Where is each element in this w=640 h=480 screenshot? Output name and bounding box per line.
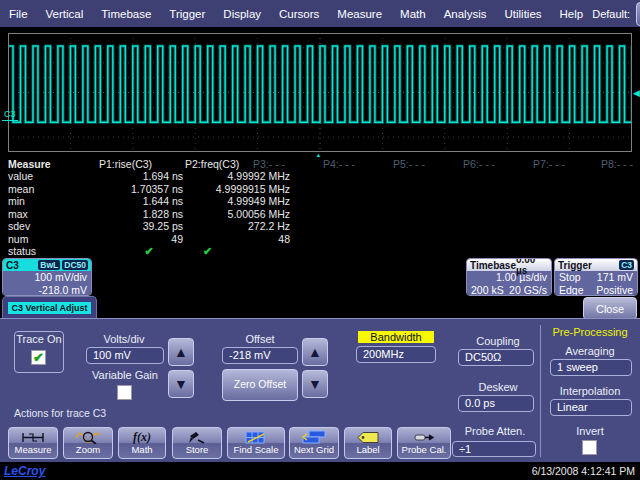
next-grid-icon bbox=[301, 430, 327, 444]
measure-p2-header[interactable]: P2:freq(C3) bbox=[185, 158, 239, 170]
sample-count: 200 kS bbox=[471, 284, 504, 296]
bandwidth-label: Bandwidth bbox=[358, 331, 434, 343]
trigger-descriptor[interactable]: Trigger C3 Stop 171 mV Edge Positive bbox=[554, 258, 638, 296]
menu-bar: File Vertical Timebase Trigger Display C… bbox=[0, 0, 640, 27]
measure-p8-header[interactable]: P8:- - - bbox=[601, 158, 633, 170]
measure-p7-header[interactable]: P7:- - - bbox=[533, 158, 565, 170]
timebase-descriptor[interactable]: Timebase 0.00 µs 1.00 µs/div 200 kS 20 G… bbox=[466, 258, 552, 296]
preprocessing-title: Pre-Processing bbox=[546, 326, 634, 338]
interpolation-label: Interpolation bbox=[548, 385, 632, 397]
measure-action-button[interactable]: Measure bbox=[8, 427, 58, 459]
c3-descriptor-body: 100 mV/div -218.0 mV bbox=[3, 271, 91, 296]
label-action-button[interactable]: Label bbox=[344, 427, 392, 459]
measure-p4-header[interactable]: P4:- - - bbox=[323, 158, 355, 170]
offset-field[interactable]: -218 mV bbox=[222, 347, 298, 364]
measure-p1-header[interactable]: P1:rise(C3) bbox=[99, 158, 152, 170]
volts-div-down-button[interactable]: ▼ bbox=[168, 370, 194, 398]
measure-row-status: status ✔ ✔ bbox=[0, 245, 640, 257]
measure-p6-header[interactable]: P6:- - - bbox=[463, 158, 495, 170]
bandwidth-field[interactable]: 200MHz bbox=[356, 346, 436, 363]
trigger-name: Trigger bbox=[558, 260, 592, 271]
measure-title: Measure bbox=[8, 158, 51, 170]
p1-max: 1.828 ns bbox=[95, 208, 183, 220]
invert-checkbox[interactable] bbox=[582, 440, 597, 455]
menu-display[interactable]: Display bbox=[214, 8, 270, 20]
next-grid-action-button[interactable]: Next Grid bbox=[289, 427, 339, 459]
offset-label: Offset bbox=[226, 333, 294, 345]
actions-for-trace-label: Actions for trace C3 bbox=[14, 407, 106, 419]
probe-cal-action-button[interactable]: Probe Cal. bbox=[397, 427, 451, 459]
menu-utilities[interactable]: Utilities bbox=[495, 8, 550, 20]
measure-row-sdev: sdev 39.25 ps 272.2 Hz bbox=[0, 220, 640, 232]
interpolation-field[interactable]: Linear bbox=[550, 399, 632, 416]
measure-row-num: num 49 48 bbox=[0, 233, 640, 245]
menu-file[interactable]: File bbox=[0, 8, 37, 20]
channel-c3-descriptor[interactable]: C3 BwL DC50 100 mV/div -218.0 mV bbox=[2, 258, 92, 296]
menu-math[interactable]: Math bbox=[391, 8, 435, 20]
vertical-adjust-dialog: C3 Vertical Adjust Close Trace On ✔ Volt… bbox=[0, 296, 640, 462]
down-arrow-icon: ▼ bbox=[308, 376, 322, 392]
button-label: Measure bbox=[15, 445, 52, 455]
menu-analysis[interactable]: Analysis bbox=[435, 8, 496, 20]
store-action-button[interactable]: Store bbox=[172, 427, 222, 459]
offset-down-button[interactable]: ▼ bbox=[302, 370, 328, 398]
tab-c3-vertical-adjust[interactable]: C3 Vertical Adjust bbox=[2, 296, 97, 318]
c3-volts-per-div: 100 mV/div bbox=[7, 271, 87, 284]
trigger-level-marker[interactable]: ◀ bbox=[633, 88, 640, 98]
c3-descriptor-header: C3 BwL DC50 bbox=[3, 259, 91, 271]
graticule: C3 ▲ ◀ bbox=[8, 33, 632, 152]
bwl-badge: BwL bbox=[38, 260, 60, 270]
p2-min: 4.99949 MHz bbox=[183, 195, 290, 207]
coupling-field[interactable]: DC50Ω bbox=[458, 349, 534, 366]
probe-atten-field[interactable]: ÷1 bbox=[452, 441, 536, 457]
measure-p5-header[interactable]: P5:- - - bbox=[393, 158, 425, 170]
button-label: Label bbox=[356, 445, 379, 455]
menu-vertical[interactable]: Vertical bbox=[37, 8, 93, 20]
default-label: Default: bbox=[592, 8, 630, 20]
coupling-label: Coupling bbox=[462, 335, 534, 347]
measure-row-value: value 1.694 ns 4.99992 MHz bbox=[0, 170, 640, 182]
zoom-action-button[interactable]: Zoom bbox=[63, 427, 113, 459]
p1-mean: 1.70357 ns bbox=[95, 183, 183, 195]
trigger-slope: Positive bbox=[596, 284, 633, 296]
p2-status-check-icon: ✔ bbox=[160, 245, 255, 258]
probe-cal-icon bbox=[411, 431, 437, 444]
trigger-descriptor-body: Stop 171 mV Edge Positive bbox=[555, 271, 637, 296]
find-scale-action-button[interactable]: Find Scale bbox=[227, 427, 285, 459]
offset-up-button[interactable]: ▲ bbox=[302, 338, 328, 366]
trigger-level: 171 mV bbox=[597, 271, 633, 284]
averaging-label: Averaging bbox=[552, 345, 628, 357]
time-per-div: 1.00 µs/div bbox=[471, 271, 547, 284]
button-label: Math bbox=[131, 445, 152, 455]
math-action-button[interactable]: f(x) Math bbox=[118, 427, 166, 459]
find-scale-icon bbox=[243, 431, 269, 444]
undo-button[interactable]: Undo ↶ bbox=[636, 2, 640, 26]
label-tag-icon bbox=[355, 431, 381, 444]
dialog-body: Trace On ✔ Volts/div 100 mV Variable Gai… bbox=[0, 318, 640, 462]
menu-help[interactable]: Help bbox=[551, 8, 593, 20]
averaging-field[interactable]: 1 sweep bbox=[550, 359, 632, 376]
close-button[interactable]: Close bbox=[583, 297, 637, 320]
menu-timebase[interactable]: Timebase bbox=[92, 8, 160, 20]
measure-p3-header[interactable]: P3:- - - bbox=[253, 158, 285, 170]
footer-bar: LeCroy 6/13/2008 4:12:41 PM bbox=[0, 462, 640, 480]
lecroy-logo: LeCroy bbox=[0, 464, 45, 478]
deskew-field[interactable]: 0.0 ps bbox=[458, 395, 534, 412]
button-label: Find Scale bbox=[234, 445, 279, 455]
button-label: Probe Cal. bbox=[402, 445, 447, 455]
p2-max: 5.00056 MHz bbox=[183, 208, 290, 220]
p2-mean: 4.9999915 MHz bbox=[183, 183, 290, 195]
store-icon bbox=[186, 431, 208, 444]
volts-div-field[interactable]: 100 mV bbox=[86, 347, 164, 364]
math-fx-icon: f(x) bbox=[133, 431, 151, 444]
channel-c3-trace-label[interactable]: C3 bbox=[2, 109, 18, 121]
row-label: max bbox=[8, 208, 28, 220]
zero-offset-button[interactable]: Zero Offset bbox=[222, 369, 298, 401]
volts-div-up-button[interactable]: ▲ bbox=[168, 338, 194, 366]
menu-measure[interactable]: Measure bbox=[328, 8, 391, 20]
variable-gain-checkbox[interactable] bbox=[117, 385, 132, 400]
trace-on-checkbox[interactable]: ✔ bbox=[31, 350, 46, 365]
menu-trigger[interactable]: Trigger bbox=[160, 8, 214, 20]
menu-cursors[interactable]: Cursors bbox=[270, 8, 328, 20]
row-label: min bbox=[8, 195, 25, 207]
